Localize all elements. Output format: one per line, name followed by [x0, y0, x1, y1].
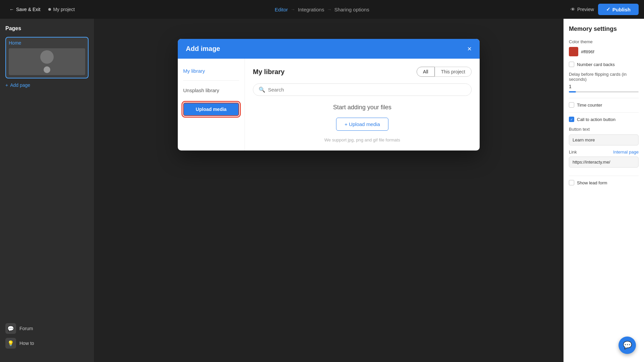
arrow-left-icon: ←	[9, 7, 14, 12]
time-counter-label: Time counter	[577, 103, 602, 108]
top-navigation: ← Save & Exit My project Editor → Integr…	[0, 0, 644, 19]
delay-slider[interactable]	[569, 91, 639, 93]
nav-right-actions: 👁 Preview ✓ Publish	[571, 4, 639, 15]
divider-2	[569, 112, 639, 113]
link-url-input[interactable]	[569, 157, 639, 168]
modal-sidebar: My library Unsplash library Upload media	[178, 59, 245, 150]
add-page-button[interactable]: + Add page	[5, 82, 30, 88]
call-to-action-label: Call to action button	[577, 117, 615, 122]
show-lead-form-row: Show lead form	[569, 180, 639, 185]
sharing-options-nav-link[interactable]: Sharing options	[334, 7, 369, 12]
filter-buttons: All This project	[417, 67, 472, 77]
link-label: Link	[569, 149, 577, 155]
add-image-modal: Add image × My library Unsplash library …	[178, 39, 480, 150]
delay-value: 1	[569, 84, 639, 89]
nav-center-links: Editor → Integrations → Sharing options	[275, 7, 369, 12]
page-card-label: Home	[9, 40, 85, 46]
thumb-dot	[44, 66, 50, 73]
modal-body: My library Unsplash library Upload media…	[178, 59, 480, 150]
call-to-action-row: ✓ Call to action button	[569, 117, 639, 122]
save-exit-button[interactable]: ← Save & Exit	[5, 5, 44, 14]
editor-nav-link[interactable]: Editor	[275, 7, 288, 12]
color-theme-label: Color theme	[569, 39, 639, 44]
call-to-action-checkbox[interactable]: ✓	[569, 117, 574, 122]
integrations-nav-link[interactable]: Integrations	[298, 7, 324, 12]
color-swatch[interactable]	[569, 47, 578, 56]
divider-1	[569, 98, 639, 98]
filter-all-button[interactable]: All	[417, 67, 435, 77]
plus-icon: +	[5, 82, 8, 88]
thumb-circle	[40, 50, 54, 64]
project-name-display: My project	[48, 7, 75, 12]
time-counter-row: Time counter	[569, 102, 639, 108]
delay-section: Delay before flipping cards (in seconds)…	[569, 72, 639, 93]
modal-sidebar-divider	[183, 80, 239, 81]
number-card-backs-row: Number card backs	[569, 62, 639, 67]
modal-content-title: My library	[253, 68, 284, 76]
eye-icon: 👁	[571, 7, 575, 12]
forum-icon: 💬	[5, 323, 16, 334]
time-counter-checkbox[interactable]	[569, 102, 574, 108]
modal-header: Add image ×	[178, 39, 480, 59]
button-text-label: Button text	[569, 127, 639, 132]
modal-overlay: Add image × My library Unsplash library …	[94, 19, 564, 362]
modal-title: Add image	[186, 45, 220, 53]
home-page-card[interactable]: Home	[5, 37, 89, 78]
how-to-icon: 💡	[5, 338, 16, 349]
forum-item[interactable]: 💬 Forum	[5, 323, 34, 334]
filter-this-project-button[interactable]: This project	[435, 67, 472, 77]
chat-icon: 💬	[623, 341, 632, 350]
modal-my-library-item[interactable]: My library	[183, 67, 239, 75]
empty-state: Start adding your files + Upload media W…	[253, 104, 472, 142]
show-lead-form-label: Show lead form	[577, 180, 607, 185]
right-sidebar: Memory settings Color theme #ff896f Numb…	[564, 19, 644, 362]
upload-media-inline-button[interactable]: + Upload media	[336, 118, 388, 131]
search-input[interactable]	[268, 87, 466, 93]
preview-button[interactable]: 👁 Preview	[571, 7, 594, 12]
arrow-icon-2: →	[327, 7, 332, 12]
divider-3	[569, 176, 639, 176]
delay-label: Delay before flipping cards (in seconds)	[569, 72, 639, 82]
pages-title: Pages	[5, 25, 89, 32]
modal-main-content: My library All This project 🔍 Start addi	[245, 59, 480, 150]
arrow-icon-1: →	[290, 7, 295, 12]
sidebar-bottom-items: 💬 Forum 💡 How to	[5, 323, 34, 349]
modal-close-button[interactable]: ×	[467, 45, 472, 53]
number-card-backs-label: Number card backs	[577, 62, 615, 67]
how-to-item[interactable]: 💡 How to	[5, 338, 34, 349]
modal-upload-media-button[interactable]: Upload media	[183, 103, 239, 116]
search-icon: 🔍	[259, 86, 265, 93]
checkmark-icon: ✓	[606, 6, 610, 12]
link-row: Link Internal page	[569, 149, 639, 155]
empty-state-text: Start adding your files	[333, 104, 391, 111]
memory-settings-title: Memory settings	[569, 25, 639, 33]
button-text-input[interactable]	[569, 134, 639, 145]
chat-bubble-button[interactable]: 💬	[619, 337, 636, 354]
color-hex-value: #ff896f	[581, 49, 594, 54]
modal-content-header: My library All This project	[253, 67, 472, 77]
page-card-thumbnail	[9, 48, 85, 75]
unsaved-indicator	[48, 8, 51, 11]
search-bar: 🔍	[253, 83, 472, 96]
publish-button[interactable]: ✓ Publish	[598, 4, 639, 15]
slider-fill	[569, 91, 576, 93]
internal-page-link[interactable]: Internal page	[613, 149, 639, 155]
number-card-backs-checkbox[interactable]	[569, 62, 574, 67]
show-lead-form-checkbox[interactable]	[569, 180, 574, 185]
color-theme-row: #ff896f	[569, 47, 639, 56]
center-canvas: Add image × My library Unsplash library …	[94, 19, 564, 362]
main-layout: Pages Home + Add page 💬 Forum 💡 How to	[0, 19, 644, 362]
support-formats-text: We support jpg, png and gif file formats	[324, 137, 400, 142]
left-sidebar: Pages Home + Add page 💬 Forum 💡 How to	[0, 19, 94, 362]
modal-unsplash-library-item[interactable]: Unsplash library	[183, 86, 239, 95]
